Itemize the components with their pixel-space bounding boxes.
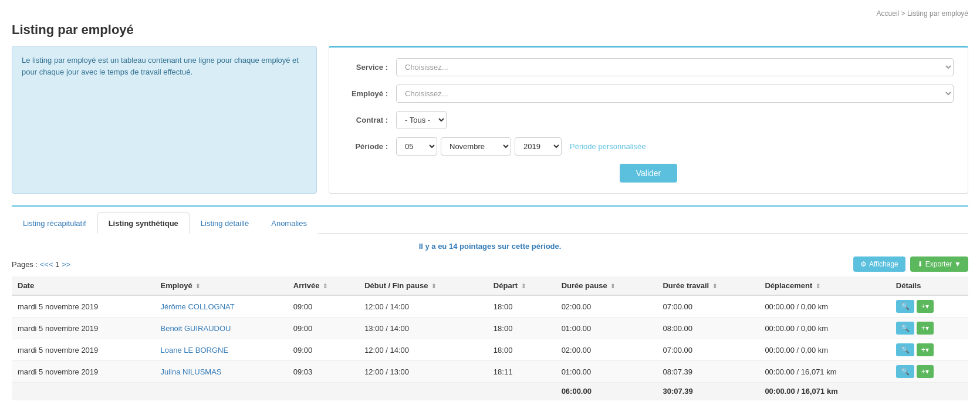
sort-employe-icon: ⇕ xyxy=(195,283,200,289)
summary-empty5 xyxy=(488,383,556,400)
cell-arrivee: 09:03 xyxy=(288,361,359,383)
cell-date: mardi 5 novembre 2019 xyxy=(12,339,154,361)
tabs-bar: Listing récapitulatif Listing synthétiqu… xyxy=(12,212,968,234)
table-toolbar: Pages : <<< 1 >> ⚙ Affichage ⬇ Exporter … xyxy=(12,256,968,272)
cell-duree-travail: 07:00.00 xyxy=(657,339,759,361)
sort-pause-icon: ⇕ xyxy=(431,283,436,289)
col-debut-fin-pause[interactable]: Début / Fin pause ⇕ xyxy=(359,276,488,295)
tab-detaille[interactable]: Listing détaillé xyxy=(190,212,260,234)
periode-row: Période : 05 Novembre 2019 Période perso… xyxy=(343,137,954,156)
cell-depart: 18:00 xyxy=(488,295,556,318)
period-info: Il y a eu 14 pointages sur cette période… xyxy=(12,242,968,251)
detail-add-button[interactable]: +▾ xyxy=(917,300,934,313)
contrat-select[interactable]: - Tous - CDI CDD Intérim xyxy=(396,111,447,129)
col-details: Détails xyxy=(890,276,968,295)
sort-depart-icon: ⇕ xyxy=(521,283,526,289)
sort-arrivee-icon: ⇕ xyxy=(323,283,327,289)
detail-view-button[interactable]: 🔍 xyxy=(896,322,914,335)
col-duree-travail[interactable]: Durée travail ⇕ xyxy=(657,276,759,295)
table-row: mardi 5 novembre 2019Julina NILUSMAS09:0… xyxy=(12,361,968,383)
employe-label: Employé : xyxy=(343,89,396,98)
periode-month-select[interactable]: Novembre xyxy=(441,137,511,156)
tab-synthetique[interactable]: Listing synthétique xyxy=(97,212,190,234)
table-row: mardi 5 novembre 2019Benoit GUIRAUDOU09:… xyxy=(12,318,968,339)
employe-select[interactable]: Choisissez... xyxy=(396,85,954,103)
detail-add-button[interactable]: +▾ xyxy=(917,343,934,356)
valider-button[interactable]: Valider xyxy=(620,164,678,183)
col-arrivee[interactable]: Arrivée ⇕ xyxy=(288,276,359,295)
col-date: Date xyxy=(12,276,154,295)
summary-empty3 xyxy=(288,383,359,400)
cell-deplacement: 00:00.00 / 0,00 km xyxy=(759,339,890,361)
sort-deplacement-icon: ⇕ xyxy=(816,283,820,289)
pages-first-link[interactable]: <<< xyxy=(40,260,53,269)
detail-view-button[interactable]: 🔍 xyxy=(896,343,914,356)
detail-view-button[interactable]: 🔍 xyxy=(896,365,914,378)
data-table: Date Employé ⇕ Arrivée ⇕ Début / Fin pau… xyxy=(12,276,968,400)
periode-year-select[interactable]: 2019 xyxy=(515,137,562,156)
cell-depart: 18:11 xyxy=(488,361,556,383)
cell-date: mardi 5 novembre 2019 xyxy=(12,318,154,339)
detail-view-button[interactable]: 🔍 xyxy=(896,300,914,313)
summary-empty4 xyxy=(359,383,488,400)
employe-link[interactable]: Loane LE BORGNE xyxy=(160,346,228,355)
employe-link[interactable]: Jérôme COLLOGNAT xyxy=(160,302,234,311)
detail-add-button[interactable]: +▾ xyxy=(917,322,934,335)
cell-details: 🔍 +▾ xyxy=(890,318,968,339)
cell-debut-fin-pause: 12:00 / 14:00 xyxy=(359,295,488,318)
tab-anomalies[interactable]: Anomalies xyxy=(260,212,318,234)
pages-next-link[interactable]: >> xyxy=(62,260,70,269)
cell-duree-travail: 08:07.39 xyxy=(657,361,759,383)
cell-employe: Benoit GUIRAUDOU xyxy=(154,318,287,339)
service-row: Service : Choisissez... xyxy=(343,58,954,76)
cell-depart: 18:00 xyxy=(488,339,556,361)
summary-duree-pause: 06:00.00 xyxy=(556,383,657,400)
summary-empty1 xyxy=(12,383,154,400)
cell-duree-pause: 02:00.00 xyxy=(556,295,657,318)
cell-duree-pause: 02:00.00 xyxy=(556,339,657,361)
affichage-button[interactable]: ⚙ Affichage xyxy=(853,256,905,272)
cell-debut-fin-pause: 13:00 / 14:00 xyxy=(359,318,488,339)
col-duree-pause[interactable]: Durée pause ⇕ xyxy=(556,276,657,295)
sort-duree-pause-icon: ⇕ xyxy=(610,283,615,289)
col-depart[interactable]: Départ ⇕ xyxy=(488,276,556,295)
breadcrumb: Accueil > Listing par employé xyxy=(12,9,968,18)
employe-link[interactable]: Julina NILUSMAS xyxy=(160,367,221,376)
cell-deplacement: 00:00.00 / 16,071 km xyxy=(759,361,890,383)
pages-info: Pages : <<< 1 >> xyxy=(12,260,70,269)
cell-debut-fin-pause: 12:00 / 14:00 xyxy=(359,339,488,361)
col-employe[interactable]: Employé ⇕ xyxy=(154,276,287,295)
service-select[interactable]: Choisissez... xyxy=(396,58,954,76)
periode-personnalisee-link[interactable]: Période personnalisée xyxy=(570,142,646,151)
employe-row: Employé : Choisissez... xyxy=(343,85,954,103)
employe-link[interactable]: Benoit GUIRAUDOU xyxy=(160,324,231,333)
col-deplacement[interactable]: Déplacement ⇕ xyxy=(759,276,890,295)
cell-date: mardi 5 novembre 2019 xyxy=(12,295,154,318)
cell-duree-travail: 07:00.00 xyxy=(657,295,759,318)
detail-add-button[interactable]: +▾ xyxy=(917,365,934,378)
info-box: Le listing par employé est un tableau co… xyxy=(12,46,317,194)
cell-employe: Julina NILUSMAS xyxy=(154,361,287,383)
cell-deplacement: 00:00.00 / 0,00 km xyxy=(759,318,890,339)
cell-employe: Jérôme COLLOGNAT xyxy=(154,295,287,318)
exporter-button[interactable]: ⬇ Exporter ▼ xyxy=(910,256,968,272)
cell-details: 🔍 +▾ xyxy=(890,361,968,383)
cell-date: mardi 5 novembre 2019 xyxy=(12,361,154,383)
sort-duree-travail-icon: ⇕ xyxy=(712,283,717,289)
toolbar-right: ⚙ Affichage ⬇ Exporter ▼ xyxy=(853,256,968,272)
cell-employe: Loane LE BORGNE xyxy=(154,339,287,361)
summary-empty6 xyxy=(890,383,968,400)
tab-recapitulatif[interactable]: Listing récapitulatif xyxy=(12,212,97,234)
cell-details: 🔍 +▾ xyxy=(890,295,968,318)
summary-row: 06:00.00 30:07.39 00:00.00 / 16,071 km xyxy=(12,383,968,400)
periode-day-select[interactable]: 05 xyxy=(396,137,437,156)
cell-debut-fin-pause: 12:00 / 13:00 xyxy=(359,361,488,383)
download-icon: ⬇ xyxy=(917,260,923,268)
chevron-down-icon: ▼ xyxy=(954,260,961,268)
contrat-row: Contrat : - Tous - CDI CDD Intérim xyxy=(343,111,954,129)
page-title: Listing par employé xyxy=(12,22,968,38)
cell-depart: 18:00 xyxy=(488,318,556,339)
table-row: mardi 5 novembre 2019Loane LE BORGNE09:0… xyxy=(12,339,968,361)
table-row: mardi 5 novembre 2019Jérôme COLLOGNAT09:… xyxy=(12,295,968,318)
service-label: Service : xyxy=(343,63,396,72)
